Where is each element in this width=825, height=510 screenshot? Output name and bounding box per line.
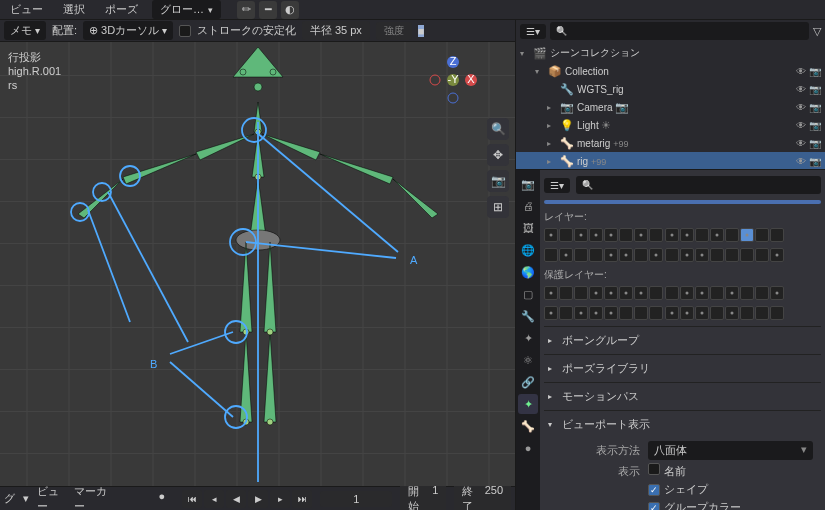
- panel-bonegroups[interactable]: ▸ボーングループ: [544, 331, 821, 350]
- top-menu-bar: ビュー 選択 ポーズ グロー… ✏ ━ ◐: [0, 0, 825, 20]
- show-shapes-checkbox[interactable]: [648, 484, 660, 496]
- current-frame[interactable]: 1: [320, 491, 392, 507]
- outliner-item[interactable]: 🔧WGTS_rig👁 📷: [516, 80, 825, 98]
- outliner-search[interactable]: [550, 22, 809, 40]
- cursor-mode-dropdown[interactable]: ⊕3Dカーソル▾: [83, 21, 173, 40]
- props-mode[interactable]: ☰▾: [544, 178, 570, 193]
- bone-tab-icon[interactable]: 🦴: [518, 416, 538, 436]
- svg-marker-20: [320, 154, 393, 184]
- display-method-select[interactable]: 八面体: [648, 441, 813, 460]
- timeline: グ▾ ビュー マーカー ● ⏮ ◂ ◀ ▶ ▸ ⏭ 1 開始1 終了250: [0, 486, 515, 510]
- tool-icon[interactable]: ✏: [237, 1, 255, 19]
- outliner-item[interactable]: ▸💡Light ☀👁 📷: [516, 116, 825, 134]
- radius-field[interactable]: 半径 35 px: [302, 21, 370, 40]
- outliner-mode[interactable]: ☰▾: [520, 24, 546, 39]
- props-search[interactable]: [576, 176, 821, 194]
- svg-point-13: [240, 69, 246, 75]
- panel-motionpaths[interactable]: ▸モーションパス: [544, 387, 821, 406]
- tool-icon[interactable]: ◐: [281, 1, 299, 19]
- stabilize-checkbox[interactable]: [179, 25, 191, 37]
- particle-tab-icon[interactable]: ✦: [518, 328, 538, 348]
- viewport-overlay-text: 行投影 high.R.001 rs: [8, 50, 61, 92]
- stabilize-label: ストロークの安定化: [197, 23, 296, 38]
- outliner-item[interactable]: ▾📦Collection👁 📷: [516, 62, 825, 80]
- output-tab-icon[interactable]: 🖨: [518, 196, 538, 216]
- scene-tab-icon[interactable]: 🌐: [518, 240, 538, 260]
- world-tab-icon[interactable]: 🌎: [518, 262, 538, 282]
- autokey-icon[interactable]: ●: [159, 490, 175, 508]
- timeline-menu-marker[interactable]: マーカー: [74, 484, 113, 511]
- properties-tabs: 📷 🖨 🖼 🌐 🌎 ▢ 🔧 ✦ ⚛ 🔗 ✦ 🦴 ●: [516, 170, 540, 510]
- placement-label: 配置:: [52, 23, 77, 38]
- keyframe-prev-icon[interactable]: ◂: [204, 490, 224, 508]
- constraint-tab-icon[interactable]: 🔗: [518, 372, 538, 392]
- strength-field[interactable]: 強度: [376, 22, 412, 40]
- timeline-menu-view[interactable]: ビュー: [37, 484, 66, 511]
- annotation-b: B: [150, 358, 157, 370]
- material-tab-icon[interactable]: ●: [518, 438, 538, 458]
- memo-dropdown[interactable]: メモ▾: [4, 21, 46, 40]
- color-swatch[interactable]: ■: [418, 25, 425, 37]
- modifier-tab-icon[interactable]: 🔧: [518, 306, 538, 326]
- outliner-item[interactable]: ▸🦴metarig +99👁 📷: [516, 134, 825, 152]
- panel-poselib[interactable]: ▸ポーズライブラリ: [544, 359, 821, 378]
- play-reverse-icon[interactable]: ◀: [226, 490, 246, 508]
- protected-layers-label: 保護レイヤー:: [544, 268, 821, 282]
- scene-collection-row[interactable]: ▾🎬シーンコレクション: [516, 44, 825, 62]
- svg-line-44: [170, 362, 233, 417]
- svg-line-43: [170, 332, 233, 354]
- menu-pose[interactable]: ポーズ: [99, 0, 144, 19]
- svg-line-42: [246, 242, 396, 258]
- play-icon[interactable]: ▶: [248, 490, 268, 508]
- physics-tab-icon[interactable]: ⚛: [518, 350, 538, 370]
- protected-layers[interactable]: [544, 286, 821, 300]
- object-tab-icon[interactable]: ▢: [518, 284, 538, 304]
- annotation-a: A: [410, 254, 418, 266]
- viewport-header: メモ▾ 配置: ⊕3Dカーソル▾ ストロークの安定化 半径 35 px 強度 ■: [0, 20, 515, 42]
- armature-layers[interactable]: [544, 228, 821, 242]
- keyframe-next-icon[interactable]: ▸: [270, 490, 290, 508]
- jump-end-icon[interactable]: ⏭: [292, 490, 312, 508]
- armature-tab-icon[interactable]: ✦: [518, 394, 538, 414]
- panel-viewport-display[interactable]: ▾ビューポート表示: [544, 415, 821, 434]
- jump-start-icon[interactable]: ⏮: [182, 490, 202, 508]
- armature-rig: A B: [178, 42, 516, 482]
- protected-layers-2[interactable]: [544, 306, 821, 320]
- outliner: ☰▾ ▽ ▾🎬シーンコレクション ▾📦Collection👁 📷🔧WGTS_ri…: [516, 20, 825, 170]
- menu-view[interactable]: ビュー: [4, 0, 49, 19]
- layers-label: レイヤー:: [544, 210, 821, 224]
- outliner-item[interactable]: ▸🦴rig +99👁 📷: [516, 152, 825, 169]
- menu-select[interactable]: 選択: [57, 0, 91, 19]
- svg-marker-24: [264, 242, 276, 332]
- tool-icon[interactable]: ━: [259, 1, 277, 19]
- svg-point-31: [267, 419, 273, 425]
- render-tab-icon[interactable]: 📷: [518, 174, 538, 194]
- outliner-item[interactable]: ▸📷Camera 📷👁 📷: [516, 98, 825, 116]
- armature-layers-2[interactable]: [544, 248, 821, 262]
- show-names-checkbox[interactable]: [648, 463, 660, 475]
- svg-point-29: [267, 329, 273, 335]
- svg-marker-19: [262, 134, 320, 160]
- timeline-menu[interactable]: グ: [4, 491, 15, 506]
- svg-marker-25: [264, 332, 276, 422]
- svg-point-14: [270, 69, 276, 75]
- group-colors-checkbox[interactable]: [648, 502, 660, 510]
- view-tab-icon[interactable]: 🖼: [518, 218, 538, 238]
- svg-marker-21: [393, 179, 438, 218]
- svg-line-41: [256, 132, 398, 252]
- filter-icon[interactable]: ▽: [813, 25, 821, 38]
- 3d-viewport[interactable]: 行投影 high.R.001 rs -Y Z X 🔍 ✥ 📷 ⊞: [0, 42, 515, 486]
- props-breadcrumb[interactable]: [544, 200, 821, 204]
- svg-point-15: [254, 83, 262, 91]
- mode-dropdown[interactable]: グロー…: [152, 0, 221, 19]
